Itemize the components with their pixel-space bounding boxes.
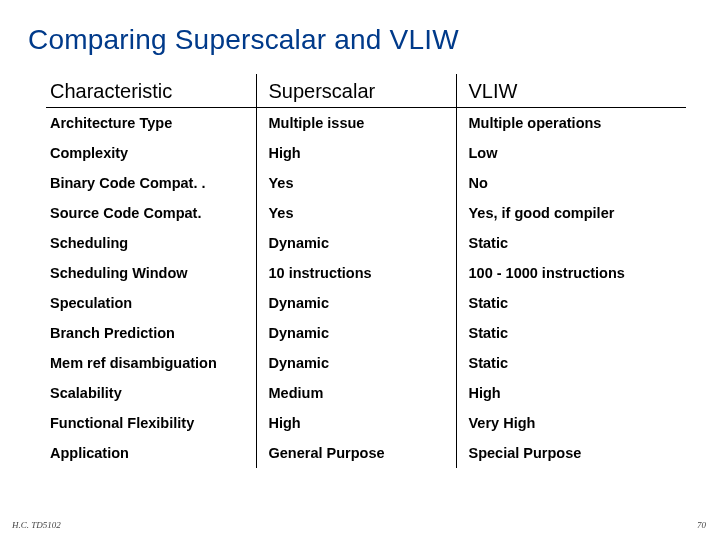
table-cell: 100 - 1000 instructions xyxy=(456,258,686,288)
comparison-table: Characteristic Superscalar VLIW Architec… xyxy=(46,74,686,468)
slide-title: Comparing Superscalar and VLIW xyxy=(28,24,692,56)
table-row: ApplicationGeneral PurposeSpecial Purpos… xyxy=(46,438,686,468)
table-cell: No xyxy=(456,168,686,198)
table-cell: Multiple operations xyxy=(456,108,686,138)
table-cell: Complexity xyxy=(46,138,256,168)
table-cell: Architecture Type xyxy=(46,108,256,138)
table-cell: Binary Code Compat. . xyxy=(46,168,256,198)
table-cell: Static xyxy=(456,348,686,378)
table-cell: High xyxy=(256,138,456,168)
table-cell: Yes xyxy=(256,168,456,198)
table-cell: Application xyxy=(46,438,256,468)
table-cell: Very High xyxy=(456,408,686,438)
table-cell: Mem ref disambiguation xyxy=(46,348,256,378)
table-row: Mem ref disambiguationDynamicStatic xyxy=(46,348,686,378)
slide: Comparing Superscalar and VLIW Character… xyxy=(0,0,720,540)
table-cell: Static xyxy=(456,228,686,258)
table-cell: Static xyxy=(456,288,686,318)
table-cell: Dynamic xyxy=(256,348,456,378)
table-cell: Medium xyxy=(256,378,456,408)
table-cell: Scalability xyxy=(46,378,256,408)
table-cell: Yes, if good compiler xyxy=(456,198,686,228)
table-header-row: Characteristic Superscalar VLIW xyxy=(46,74,686,108)
table-cell: Scheduling xyxy=(46,228,256,258)
table-cell: Dynamic xyxy=(256,318,456,348)
table-cell: Yes xyxy=(256,198,456,228)
table-row: ScalabilityMediumHigh xyxy=(46,378,686,408)
table-row: Branch PredictionDynamicStatic xyxy=(46,318,686,348)
header-characteristic: Characteristic xyxy=(46,74,256,108)
table-cell: Dynamic xyxy=(256,228,456,258)
header-vliw: VLIW xyxy=(456,74,686,108)
table-cell: Static xyxy=(456,318,686,348)
table-row: Functional FlexibilityHighVery High xyxy=(46,408,686,438)
table-cell: High xyxy=(256,408,456,438)
table-row: Architecture TypeMultiple issueMultiple … xyxy=(46,108,686,138)
table-cell: Dynamic xyxy=(256,288,456,318)
table-cell: General Purpose xyxy=(256,438,456,468)
table-cell: Scheduling Window xyxy=(46,258,256,288)
table-row: Scheduling Window10 instructions100 - 10… xyxy=(46,258,686,288)
table-row: Source Code Compat.YesYes, if good compi… xyxy=(46,198,686,228)
table-cell: Special Purpose xyxy=(456,438,686,468)
footer-right: 70 xyxy=(697,520,706,530)
table-row: Binary Code Compat. .YesNo xyxy=(46,168,686,198)
table-row: ComplexityHighLow xyxy=(46,138,686,168)
table-cell: High xyxy=(456,378,686,408)
table-cell: Source Code Compat. xyxy=(46,198,256,228)
table-cell: Branch Prediction xyxy=(46,318,256,348)
table-cell: Speculation xyxy=(46,288,256,318)
table-cell: Multiple issue xyxy=(256,108,456,138)
header-superscalar: Superscalar xyxy=(256,74,456,108)
table-cell: Low xyxy=(456,138,686,168)
table-cell: 10 instructions xyxy=(256,258,456,288)
table-row: SchedulingDynamicStatic xyxy=(46,228,686,258)
table-cell: Functional Flexibility xyxy=(46,408,256,438)
footer-left: H.C. TD5102 xyxy=(12,520,61,530)
table-row: SpeculationDynamicStatic xyxy=(46,288,686,318)
